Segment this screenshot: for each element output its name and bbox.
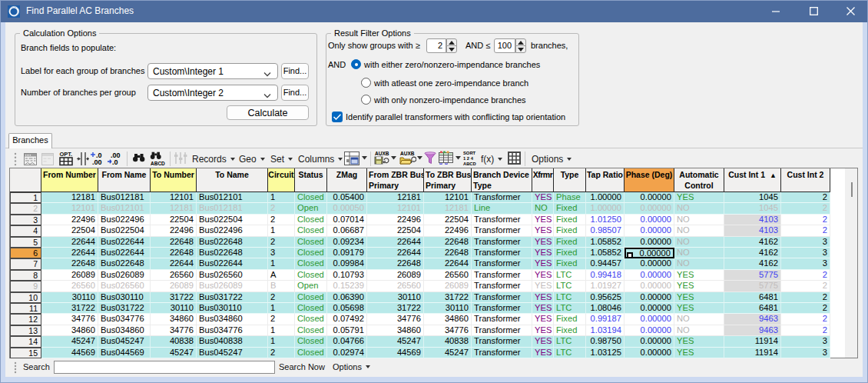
svg-text:AUXB: AUXB <box>375 151 389 156</box>
svg-text:.00: .00 <box>92 158 102 165</box>
svg-text:AUXB: AUXB <box>400 151 415 156</box>
svg-text:1 2 4: 1 2 4 <box>463 156 474 161</box>
svg-text:ABCD: ABCD <box>151 161 165 166</box>
svg-text:OPT.: OPT. <box>60 151 73 158</box>
svg-text:ABCD: ABCD <box>463 162 476 166</box>
svg-text:.0: .0 <box>112 158 118 165</box>
svg-text:SORT: SORT <box>463 151 476 155</box>
